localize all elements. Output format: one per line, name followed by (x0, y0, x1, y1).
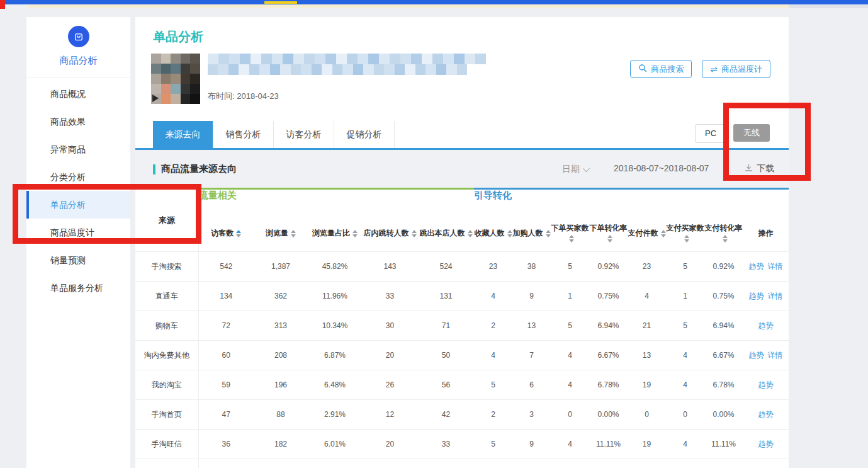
sort-arrows-icon[interactable] (661, 230, 666, 237)
sort-arrows-icon[interactable] (723, 235, 728, 243)
sort-arrows-icon[interactable] (569, 235, 574, 243)
value-cell: 42 (418, 400, 474, 430)
value-cell: 5 (551, 252, 589, 282)
value-cell: 88 (254, 400, 308, 430)
value-cell: 23 (474, 252, 512, 282)
product-thermometer-label: 商品温度计 (721, 64, 762, 75)
table-row: 手淘首页47882.91%12422300.00%000.00%趋势 (135, 400, 789, 430)
sort-arrows-icon[interactable] (546, 230, 551, 237)
detail-link[interactable]: 详情 (768, 292, 783, 300)
value-cell: 143 (362, 252, 418, 282)
column-header-sortable[interactable]: 浏览量 (254, 215, 308, 252)
sort-arrows-icon[interactable] (352, 230, 358, 237)
date-filter-dropdown[interactable]: 日期 (562, 164, 588, 175)
sidebar-item-link[interactable]: 销量预测 (26, 246, 130, 274)
column-header-sortable[interactable]: 支付转化率 (704, 215, 743, 252)
trend-link[interactable]: 趋势 (758, 380, 774, 389)
product-title-redacted (208, 54, 486, 75)
value-cell: 2 (474, 459, 512, 468)
column-header-sortable[interactable]: 店内跳转人数 (362, 215, 418, 252)
search-icon (638, 64, 647, 74)
tab-item[interactable]: 销售分析 (213, 121, 274, 148)
toggle-pc[interactable]: PC (695, 124, 726, 143)
tab-active[interactable]: 来源去向 (153, 121, 213, 148)
tab-item[interactable]: 促销分析 (334, 121, 395, 148)
sidebar-item-link[interactable]: 异常商品 (26, 135, 130, 163)
column-header-sortable[interactable]: 支付买家数 (666, 215, 704, 252)
source-cell: 直通车 (135, 282, 198, 311)
sidebar-item-link[interactable]: 商品概况 (26, 80, 130, 108)
value-cell: 13 (512, 311, 551, 341)
value-cell: 71 (418, 311, 474, 341)
bag-icon (68, 26, 89, 47)
value-cell: 72 (198, 311, 254, 341)
sidebar-title: 商品分析 (26, 55, 130, 67)
table-row: 淘内免费其他602086.87%20504746.67%1346.67%趋势详情 (135, 341, 789, 370)
source-cell: 我的淘宝 (135, 370, 198, 400)
value-cell: 6.78% (589, 370, 628, 400)
annotation-box-source (13, 184, 201, 244)
value-cell: 2 (474, 400, 512, 430)
value-cell: 33 (362, 282, 418, 311)
swap-icon: ⇌ (710, 65, 718, 74)
value-cell: 524 (418, 252, 474, 282)
sort-arrows-icon[interactable] (412, 230, 417, 237)
source-cell: 淘内免费其他 (135, 341, 198, 370)
action-cell: 趋势详情 (743, 252, 789, 282)
column-header-sortable[interactable]: 下单买家数 (551, 215, 589, 252)
value-cell: 56 (418, 370, 474, 400)
play-icon (152, 94, 159, 102)
section-header: 商品流量来源去向 日期 2018-08-07~2018-08-07 下载 (135, 150, 789, 188)
sort-arrows-icon[interactable] (291, 230, 296, 237)
trend-link[interactable]: 趋势 (749, 262, 764, 271)
column-header-sortable[interactable]: 下单转化率 (589, 215, 628, 252)
value-cell: 1,387 (254, 252, 308, 282)
column-group-label: 流量相关 (198, 189, 474, 215)
value-cell: 196 (254, 370, 308, 400)
sort-arrows-icon[interactable] (236, 230, 241, 237)
action-cell: 趋势详情 (743, 341, 789, 370)
value-cell: 11.11% (704, 430, 743, 459)
value-cell: 0 (628, 400, 666, 430)
column-header-sortable[interactable]: 收藏人数 (474, 215, 512, 252)
tab-item[interactable]: 访客分析 (274, 121, 334, 148)
sort-arrows-icon[interactable] (468, 230, 473, 237)
value-cell: 5 (551, 311, 589, 341)
sidebar-item-link[interactable]: 商品效果 (26, 108, 130, 135)
trend-link[interactable]: 趋势 (749, 351, 764, 360)
value-cell: 6.01% (308, 430, 362, 459)
value-cell: 0 (666, 400, 704, 430)
sort-arrows-icon[interactable] (684, 235, 689, 243)
column-header-sortable[interactable]: 支付件数 (628, 215, 666, 252)
sort-arrows-icon[interactable] (607, 235, 612, 243)
value-cell: 5 (474, 370, 512, 400)
trend-link[interactable]: 趋势 (758, 410, 774, 419)
value-cell: 0.00% (704, 459, 743, 468)
value-cell: 10.34% (308, 311, 362, 341)
source-cell: 购物车 (135, 311, 198, 341)
product-search-button[interactable]: 商品搜索 (630, 60, 692, 78)
value-cell: 0.00% (704, 400, 743, 430)
value-cell: 4 (666, 341, 704, 370)
product-thermometer-button[interactable]: ⇌ 商品温度计 (702, 60, 770, 78)
tab-bar: 来源去向销售分析访客分析促销分析 (153, 121, 395, 148)
column-header-sortable[interactable]: 浏览量占比 (308, 215, 362, 252)
sort-arrows-icon[interactable] (507, 230, 512, 237)
trend-link[interactable]: 趋势 (758, 440, 774, 448)
column-header-sortable[interactable]: 访客数 (198, 215, 254, 252)
detail-link[interactable]: 详情 (768, 262, 783, 271)
value-cell: 20 (362, 341, 418, 370)
value-cell: 24 (198, 459, 254, 468)
sidebar-item-link[interactable]: 单品服务分析 (26, 274, 130, 302)
value-cell: 4 (551, 341, 589, 370)
value-cell: 3 (512, 400, 551, 430)
value-cell: 38 (512, 252, 551, 282)
detail-link[interactable]: 详情 (768, 351, 783, 360)
value-cell: 6.87% (308, 341, 362, 370)
value-cell: 4 (666, 430, 704, 459)
trend-link[interactable]: 趋势 (758, 321, 774, 330)
action-cell: 趋势详情 (743, 459, 789, 468)
column-header-sortable[interactable]: 加购人数 (512, 215, 551, 252)
trend-link[interactable]: 趋势 (749, 292, 764, 300)
column-header-sortable[interactable]: 跳出本店人数 (418, 215, 474, 252)
